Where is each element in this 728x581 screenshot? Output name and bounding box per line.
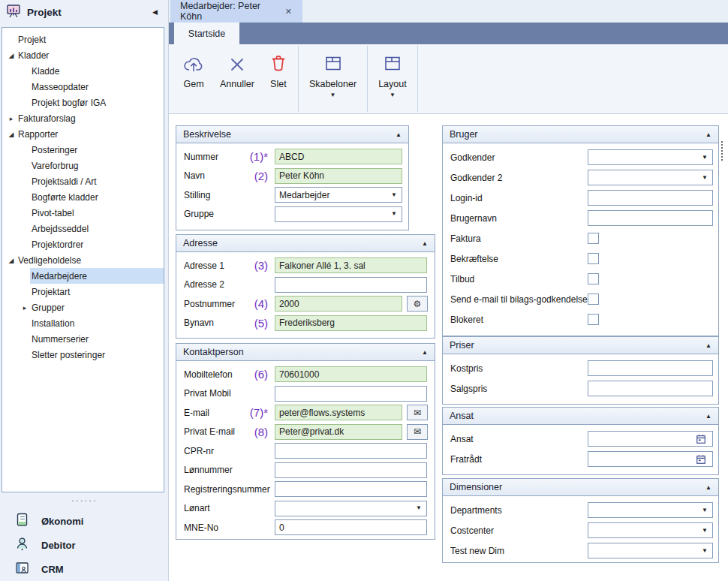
tree-expanded-icon[interactable]: ◢: [6, 52, 17, 59]
tree-item-nummerserier[interactable]: Nummerserier: [2, 331, 164, 347]
godkender-2-combo[interactable]: ▼: [588, 170, 713, 185]
tree-item-bogforte-kladder[interactable]: Bogførte kladder: [2, 189, 164, 205]
combo-arrow-icon[interactable]: ▼: [702, 547, 708, 554]
e-mail-mail-button[interactable]: ✉: [407, 405, 428, 420]
postnummer-field[interactable]: 2000: [275, 296, 402, 312]
tree-item-label: Installation: [30, 318, 74, 329]
form-row: Gruppe▼: [176, 205, 408, 224]
tree-item-projektordrer[interactable]: Projektordrer: [2, 236, 164, 252]
field-label: Adresse 1: [184, 260, 233, 271]
nummer-field[interactable]: ABCD: [275, 149, 402, 164]
save-button[interactable]: Gem: [175, 44, 212, 113]
tree-item-vedligeholdelse[interactable]: ◢Vedligeholdelse: [2, 252, 164, 268]
module-item-okonomi[interactable]: Økonomi: [0, 509, 168, 533]
collapse-arrow-icon[interactable]: ▲: [705, 413, 711, 420]
combo-arrow-icon[interactable]: ▼: [702, 527, 708, 534]
tree-item-arbejdsseddel[interactable]: Arbejdsseddel: [2, 221, 164, 236]
delete-button[interactable]: Slet: [262, 44, 295, 113]
lonnummer-field[interactable]: [275, 462, 427, 478]
tree-item-label: Projekt: [17, 35, 46, 45]
adresse-2-field[interactable]: [275, 277, 427, 293]
send-e-mail-til-bilags-godkendelse-checkbox[interactable]: [588, 294, 599, 305]
collapse-arrow-icon[interactable]: ▲: [396, 131, 402, 138]
tree-item-sletter-posteringer[interactable]: Sletter posteringer: [2, 347, 164, 363]
field-label: Privat E-mail: [184, 426, 233, 437]
tree-item-fakturaforslag[interactable]: ▸Fakturaforslag: [2, 110, 164, 126]
blokeret-checkbox[interactable]: [588, 314, 599, 325]
collapse-arrow-icon[interactable]: ▲: [422, 349, 428, 356]
tree-expanded-icon[interactable]: ◢: [6, 131, 17, 138]
lonart-combo[interactable]: ▼: [275, 501, 427, 516]
tree-item-vareforbrug[interactable]: Vareforbrug: [2, 158, 164, 173]
tree-item-projekt-bogfor-iga[interactable]: Projekt bogfør IGA: [2, 95, 164, 110]
tree-collapsed-icon[interactable]: ▸: [20, 304, 30, 312]
cancel-button[interactable]: Annuller: [212, 44, 262, 113]
privat-mobil-field[interactable]: [275, 386, 427, 402]
tree-expanded-icon[interactable]: ◢: [6, 257, 17, 264]
combo-arrow-icon[interactable]: ▼: [391, 211, 397, 218]
tree-item-kladder[interactable]: ◢Kladder: [2, 47, 164, 63]
tree-item-installation[interactable]: Installation: [2, 315, 164, 331]
ribbon-tab-startside[interactable]: Startside: [174, 23, 239, 44]
tab-medarbejder-peter-kohn[interactable]: Medarbejder: Peter Köhn ✕: [170, 0, 302, 23]
module-item-crm[interactable]: CRM: [0, 557, 168, 581]
kostpris-field[interactable]: [588, 360, 713, 376]
stilling-combo[interactable]: Medarbejder▼: [275, 187, 402, 203]
registreringsnummer-field[interactable]: [275, 481, 427, 497]
costcenter-combo[interactable]: ▼: [588, 522, 713, 538]
combo-arrow-icon[interactable]: ▼: [416, 505, 422, 512]
combo-arrow-icon[interactable]: ▼: [391, 191, 397, 198]
tree-item-medarbejdere[interactable]: Medarbejdere: [2, 268, 164, 284]
login-id-field[interactable]: [588, 190, 713, 206]
tree-item-projekt[interactable]: Projekt: [2, 32, 164, 47]
pane-splitter-handle[interactable]: [721, 141, 723, 161]
tree-item-label: Sletter posteringer: [30, 350, 105, 360]
tree-item-rapporter[interactable]: ◢Rapporter: [2, 126, 164, 142]
adresse-1-field[interactable]: Falkoner Allé 1, 3. sal: [275, 257, 427, 273]
cpr-nr-field[interactable]: [275, 443, 427, 459]
templates-button[interactable]: Skabeloner ▼: [302, 44, 364, 113]
tilbud-checkbox[interactable]: [588, 273, 599, 284]
e-mail-field[interactable]: peter@flows.systems: [275, 405, 402, 420]
fratradt-date-field[interactable]: [588, 451, 713, 467]
ansat-date-field[interactable]: [588, 431, 713, 447]
tree-item-projektsaldi-art[interactable]: Projektsaldi / Art: [2, 173, 164, 189]
field-label: Costcenter: [450, 525, 588, 536]
section-dimensioner: Dimensioner ▲ Departments▼Costcenter▼Tes…: [442, 478, 719, 563]
combo-arrow-icon[interactable]: ▼: [702, 507, 708, 513]
tree-collapsed-icon[interactable]: ▸: [6, 115, 17, 122]
collapse-arrow-icon[interactable]: ▲: [422, 240, 428, 247]
navn-field[interactable]: Peter Köhn: [275, 168, 402, 184]
tree-item-masseopdater[interactable]: Masseopdater: [2, 79, 164, 95]
departments-combo[interactable]: ▼: [588, 502, 713, 518]
layout-button[interactable]: Layout ▼: [371, 44, 414, 113]
salgspris-field[interactable]: [588, 381, 713, 396]
combo-arrow-icon[interactable]: ▼: [702, 174, 708, 181]
collapse-arrow-icon[interactable]: ▲: [705, 484, 711, 491]
collapse-arrow-icon[interactable]: ▲: [705, 131, 711, 138]
tree-item-kladde[interactable]: Kladde: [2, 63, 164, 79]
test-new-dim-combo[interactable]: ▼: [588, 543, 713, 558]
field-label: Navn: [184, 170, 233, 181]
combo-arrow-icon[interactable]: ▼: [702, 154, 708, 161]
tree-item-posteringer[interactable]: Posteringer: [2, 142, 164, 158]
collapse-arrow-icon[interactable]: ▲: [705, 342, 711, 349]
mne-no-field[interactable]: 0: [275, 519, 427, 535]
postnummer-gear-button[interactable]: ⚙: [407, 296, 428, 312]
bynavn-field[interactable]: Frederiksberg: [275, 315, 427, 331]
privat-e-mail-field[interactable]: Peter@privat.dk: [275, 424, 402, 440]
faktura-checkbox[interactable]: [588, 233, 599, 244]
module-item-debitor[interactable]: Debitor: [0, 533, 168, 557]
bekraeftelse-checkbox[interactable]: [588, 253, 599, 264]
tree-item-pivot-tabel[interactable]: Pivot-tabel: [2, 205, 164, 221]
tab-close-icon[interactable]: ✕: [282, 6, 295, 17]
gruppe-combo[interactable]: ▼: [275, 206, 402, 222]
splitter-handle[interactable]: ......: [0, 496, 168, 503]
sidebar-collapse-icon[interactable]: ◀: [148, 7, 162, 17]
mobiltelefon-field[interactable]: 70601000: [275, 366, 427, 382]
tree-item-projektart[interactable]: Projektart: [2, 284, 164, 300]
godkender-combo[interactable]: ▼: [588, 149, 713, 165]
tree-item-grupper[interactable]: ▸Grupper: [2, 300, 164, 315]
privat-e-mail-mail-button[interactable]: ✉: [407, 424, 428, 440]
brugernavn-field[interactable]: [588, 210, 713, 226]
